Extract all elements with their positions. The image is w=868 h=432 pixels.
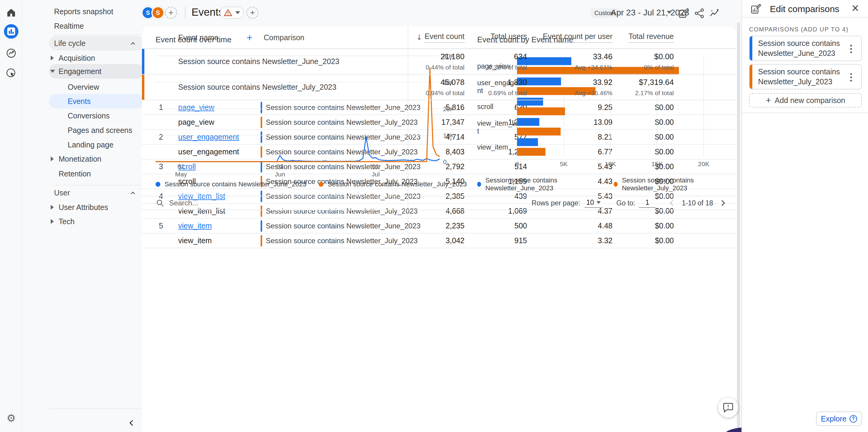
home-icon[interactable] bbox=[4, 5, 19, 20]
feedback-button[interactable] bbox=[718, 398, 738, 418]
sidebar-item-reports-snapshot[interactable]: Reports snapshot bbox=[49, 4, 144, 19]
sidebar-item-label: Conversions bbox=[68, 112, 110, 120]
summary-comparison-label: Session source contains Newsletter_July_… bbox=[142, 74, 408, 100]
add-comparison-pill-button[interactable]: + bbox=[165, 7, 177, 19]
comparison-condition: Session source contains bbox=[758, 67, 840, 77]
insights-icon[interactable] bbox=[709, 8, 720, 19]
svg-text:0: 0 bbox=[443, 158, 447, 165]
share-icon[interactable] bbox=[694, 8, 705, 19]
edit-comparisons-panel: Edit comparisons × COMPARISONS (ADD UP T… bbox=[741, 0, 868, 432]
table-search[interactable] bbox=[156, 199, 296, 207]
explore-icon[interactable] bbox=[4, 46, 19, 60]
comparison-condition: Session source contains bbox=[758, 38, 840, 48]
rows-per-page-label: Rows per page: bbox=[532, 199, 580, 207]
total-revenue-cell: $0.00 bbox=[613, 236, 674, 245]
sidebar-item-events[interactable]: Events bbox=[49, 94, 144, 109]
close-panel-icon[interactable]: × bbox=[851, 2, 859, 14]
svg-text:15K: 15K bbox=[651, 160, 663, 167]
pagination-range: 1-10 of 18 bbox=[682, 199, 713, 207]
add-report-tab-button[interactable]: + bbox=[246, 7, 258, 19]
legend-label: Session source contains Newsletter_July_… bbox=[328, 180, 467, 188]
sidebar-item-acquisition[interactable]: Acquisition bbox=[49, 51, 144, 65]
sidebar-divider bbox=[49, 408, 144, 409]
sidebar-section-life-cycle[interactable]: Life cycle bbox=[49, 36, 144, 51]
comparison-menu-kebab-icon[interactable] bbox=[846, 71, 857, 83]
date-range-selector[interactable]: Apr 23 - Jul 21, 2023 bbox=[611, 8, 689, 18]
sidebar-item-label: Acquisition bbox=[59, 54, 95, 63]
sidebar-section-user[interactable]: User bbox=[49, 185, 144, 200]
sidebar-item-label: Realtime bbox=[54, 22, 84, 31]
comparison-value: Newsletter_June_2023 bbox=[758, 48, 840, 58]
expand-arrow-icon bbox=[51, 219, 54, 224]
section-label: User bbox=[54, 188, 70, 197]
sidebar-item-label: Engagement bbox=[59, 67, 101, 76]
sidebar-item-conversions[interactable]: Conversions bbox=[49, 109, 144, 123]
comparison-menu-kebab-icon[interactable] bbox=[846, 43, 857, 55]
summary-event-count: 45,0780.94% of total bbox=[408, 78, 465, 97]
collapse-sidebar-button[interactable] bbox=[126, 418, 137, 428]
event-name-link[interactable]: view_item bbox=[178, 221, 212, 230]
sidebar-item-user-attributes[interactable]: User Attributes bbox=[49, 200, 144, 215]
vertical-scrollbar[interactable] bbox=[737, 22, 740, 432]
panel-title: Edit comparisons bbox=[770, 4, 839, 14]
svg-text:0: 0 bbox=[515, 160, 519, 167]
summary-event-count-per-user: 33.92Avg +36.46% bbox=[527, 78, 613, 97]
event-count-per-user-cell: 4.48 bbox=[527, 221, 613, 230]
comparison-card-july[interactable]: Session source contains Newsletter_July_… bbox=[749, 64, 862, 89]
comparison-card-june[interactable]: Session source contains Newsletter_June_… bbox=[749, 36, 862, 61]
expand-arrow-icon bbox=[51, 205, 54, 210]
add-new-comparison-button[interactable]: + Add new comparison bbox=[749, 93, 862, 107]
svg-text:May: May bbox=[175, 171, 187, 178]
sidebar-item-pages-and-screens[interactable]: Pages and screens bbox=[49, 123, 144, 137]
sidebar-item-label: Tech bbox=[59, 217, 74, 226]
svg-text:Jun: Jun bbox=[275, 171, 285, 178]
svg-text:10K: 10K bbox=[443, 132, 453, 139]
event-count-cell: 3,042 bbox=[408, 236, 465, 245]
page-title: Events bbox=[191, 6, 224, 18]
explore-button[interactable]: Explore ? bbox=[816, 411, 862, 426]
comparison-pill-june[interactable]: S bbox=[143, 7, 153, 18]
comparison-value: Newsletter_July_2023 bbox=[758, 77, 840, 87]
summary-event-count: 21,1800.44% of total bbox=[408, 52, 465, 71]
gear-glyph: ⚙ bbox=[7, 412, 16, 424]
comparison-summary-row: Session source contains Newsletter_July_… bbox=[142, 74, 736, 100]
table-toolbar: Rows per page: 10 Go to: 1 1-10 of 18 bbox=[142, 196, 736, 210]
event-count-per-user-cell: 3.32 bbox=[527, 236, 613, 245]
legend-dot-orange bbox=[614, 182, 618, 187]
reports-icon[interactable] bbox=[4, 24, 19, 39]
comparison-card-text: Session source contains Newsletter_June_… bbox=[758, 38, 840, 58]
sidebar-item-realtime[interactable]: Realtime bbox=[49, 19, 144, 33]
sidebar-item-landing-page[interactable]: Landing page bbox=[49, 137, 144, 152]
previous-page-icon[interactable] bbox=[668, 199, 676, 207]
summary-event-count-per-user: 33.46Avg +34.61% bbox=[527, 52, 613, 71]
advertising-icon-glyph bbox=[6, 68, 17, 79]
table-row: view_itemSession source contains Newslet… bbox=[142, 234, 736, 248]
report-card: Event count over time Event count by Eve… bbox=[142, 27, 736, 432]
edit-comparisons-icon bbox=[750, 4, 762, 14]
settings-gear-icon[interactable]: ⚙ bbox=[4, 411, 19, 425]
event-rank: 5 bbox=[142, 221, 169, 230]
sidebar-item-overview[interactable]: Overview bbox=[49, 80, 144, 94]
search-input[interactable] bbox=[169, 199, 296, 207]
svg-text:view_item_lis: view_item_lis bbox=[477, 119, 519, 127]
customize-report-icon[interactable] bbox=[678, 8, 689, 19]
help-icon: ? bbox=[849, 415, 857, 423]
legend-label: Session source contains Newsletter_June_… bbox=[164, 180, 307, 188]
sidebar-item-retention[interactable]: Retention bbox=[49, 166, 144, 181]
sidebar-item-label: Overview bbox=[68, 83, 99, 92]
svg-text:view_item: view_item bbox=[477, 143, 508, 151]
expand-arrow-icon bbox=[51, 156, 54, 161]
comparison-pill-july[interactable]: S bbox=[153, 7, 163, 18]
data-quality-dropdown[interactable] bbox=[220, 7, 244, 19]
sidebar-item-tech[interactable]: Tech bbox=[49, 214, 144, 229]
sidebar-item-monetization[interactable]: Monetization bbox=[49, 152, 144, 166]
panel-divider bbox=[742, 112, 868, 113]
next-page-icon[interactable] bbox=[718, 199, 727, 207]
topbar-divider bbox=[185, 7, 185, 19]
sidebar-item-engagement[interactable]: Engagement bbox=[49, 64, 144, 79]
goto-page-input[interactable]: 1 bbox=[639, 198, 656, 208]
rows-per-page-select[interactable]: 10 bbox=[584, 198, 602, 208]
advertising-icon[interactable] bbox=[4, 66, 19, 80]
svg-text:Jul: Jul bbox=[371, 171, 380, 178]
chevron-down-icon bbox=[596, 201, 601, 204]
